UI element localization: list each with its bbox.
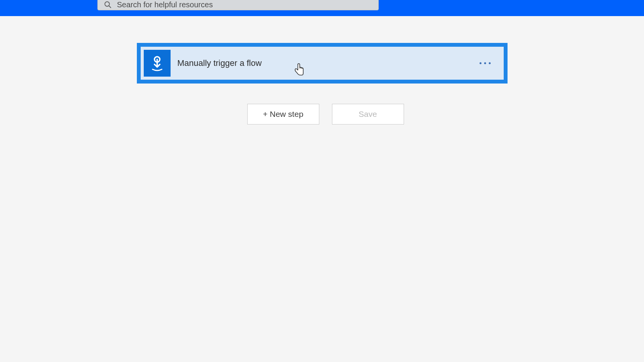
app-header <box>0 0 644 16</box>
flow-canvas: Manually trigger a flow + New step Save <box>0 16 644 124</box>
trigger-title: Manually trigger a flow <box>177 58 262 68</box>
trigger-menu-button[interactable] <box>476 59 494 67</box>
manual-trigger-icon <box>144 50 171 77</box>
new-step-button[interactable]: + New step <box>247 104 319 124</box>
ellipsis-icon <box>484 62 486 64</box>
trigger-card[interactable]: Manually trigger a flow <box>137 43 508 84</box>
ellipsis-icon <box>480 62 481 64</box>
svg-line-1 <box>109 6 111 8</box>
ellipsis-icon <box>489 62 491 64</box>
svg-point-0 <box>105 2 110 7</box>
search-icon <box>104 1 112 8</box>
search-box[interactable] <box>97 0 379 10</box>
action-button-row: + New step Save <box>247 104 404 124</box>
search-input[interactable] <box>117 0 372 9</box>
save-button: Save <box>332 104 404 124</box>
